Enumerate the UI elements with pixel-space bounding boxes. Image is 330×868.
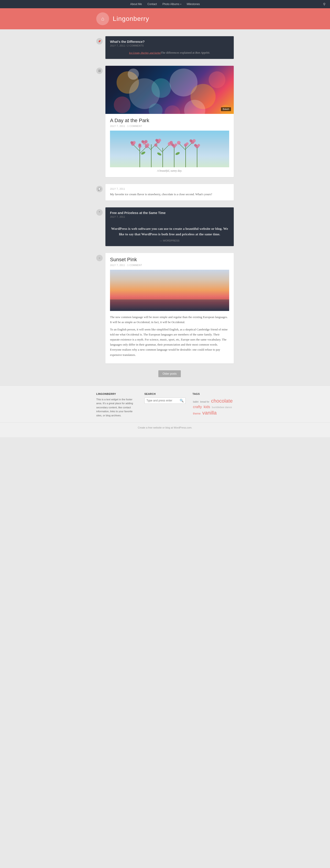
tag-theme[interactable]: theme [193,412,201,415]
svg-point-34 [144,140,148,143]
svg-point-53 [194,144,197,147]
post-header-4: Free and Priceless at the Same Time JULY… [106,207,234,218]
tag-kids[interactable]: kids [204,405,210,409]
svg-point-39 [154,144,157,147]
tag-bumblebee[interactable]: bumblebee dance [212,406,232,409]
post-meta-3: JULY 7, 2011 [110,188,229,190]
svg-point-44 [171,144,174,146]
tag-vanilla[interactable]: vanilla [202,410,216,416]
footer-col-about: LINGONBERRY This is a text widget in the… [96,393,138,418]
post-text-5a: The new common language will be more sim… [110,315,229,325]
post-wrapper-2: 🖼 Bokeh [96,66,234,177]
home-icon: ⌂ [101,16,104,22]
svg-point-3 [151,79,171,98]
svg-point-2 [114,96,131,113]
svg-point-35 [141,140,144,143]
svg-point-6 [209,71,225,88]
older-posts-wrapper: Older posts [96,370,234,378]
chevron-down-icon: ▾ [180,3,181,5]
post-title-4: Free and Priceless at the Same Time [110,211,229,215]
post-card-2: Bokeh A Day at the Park JULY 7, 2011 · 1… [106,66,234,177]
image-caption-2: A beautiful, sunny day. [110,167,229,174]
post-wrapper-1: 📌 What's the Difference? JULY 7, 2011 / … [96,36,234,59]
svg-point-56 [175,152,180,156]
post-meta-4: JULY 7, 2011 [110,216,229,218]
footer-inner: LINGONBERRY This is a text widget in the… [94,393,236,418]
footer-col-tags-title: TAGS [192,393,234,395]
search-icon[interactable]: ⚲ [323,2,325,6]
tag-chocolate[interactable]: chocolate [211,398,233,404]
pagination-area: Older posts [106,370,234,377]
tag-crafty[interactable]: crafty [193,405,202,409]
post-wrapper-4: ❝ Free and Priceless at the Same Time JU… [96,207,234,246]
tags-section: ballet bread for chocolate crafty kids b… [192,398,234,416]
nav-photo-albums[interactable]: Photo Albums ▾ [162,2,181,6]
svg-line-19 [156,146,163,152]
post-body-5: Sunset Pink JULY 7, 2011 · 1 COMMENT [106,253,234,364]
svg-point-45 [177,141,181,145]
tag-bread-for[interactable]: bread for [200,401,209,403]
post-wrapper-5: ≡ Sunset Pink JULY 7, 2011 · 1 COMMENT [96,253,234,364]
svg-point-10 [128,68,139,80]
post-card-5: Sunset Pink JULY 7, 2011 · 1 COMMENT [106,253,234,364]
svg-point-32 [139,144,141,146]
post-header-1: What's the Difference? JULY 7, 2011 / 2 … [106,36,234,47]
footer-search-icon[interactable]: 🔍 [180,399,184,403]
svg-point-30 [146,143,149,147]
tag-ballet[interactable]: ballet [193,401,199,403]
footer-col-search: SEARCH 🔍 [144,393,186,418]
post-body-2: A Day at the Park JULY 7, 2011 · 1 COMME… [106,114,234,177]
pin-icon: 📌 [98,40,101,43]
svg-point-50 [186,142,189,145]
image-icon: 🖼 [98,69,101,72]
nav-about-me[interactable]: About Me [130,2,142,6]
svg-point-55 [157,152,162,156]
post-link-1[interactable]: Ice Cream, Sherbet, and Sorbet [129,51,161,54]
nav-milestones[interactable]: Milestones [187,2,200,6]
bokeh-tag: Bokeh [221,107,231,111]
svg-point-52 [197,144,200,147]
footer-search-form: 🔍 [144,398,186,404]
bokeh-image: Bokeh [106,66,234,114]
nav-contact[interactable]: Contact [147,2,157,6]
footer-about-text: This is a text widget in the footer area… [96,398,138,418]
nav-links: About Me Contact Photo Albums ▾ Mileston… [130,2,200,6]
footer-col-search-title: SEARCH [144,393,186,395]
flower-image [110,131,229,167]
site-logo[interactable]: ⌂ [96,12,109,25]
svg-point-37 [158,138,161,142]
quote-attribution: — WORDPRESS [106,239,234,246]
timeline-dot-1: 📌 [96,38,103,44]
bokeh-svg [106,66,234,114]
older-posts-button[interactable]: Older posts [158,370,181,377]
chat-icon: 💬 [98,188,101,191]
svg-rect-58 [110,300,229,311]
flower-svg [110,137,229,167]
post-title-2: A Day at the Park [110,118,229,124]
post-status-text: My favorite ice cream flavor is strawber… [110,192,229,197]
svg-point-28 [130,141,133,144]
svg-point-11 [164,105,180,114]
footer-search-input[interactable] [146,399,179,402]
post-card-3: JULY 7, 2011 My favorite ice cream flavo… [106,184,234,200]
post-title-5: Sunset Pink [110,257,229,262]
sunset-image [110,270,229,311]
site-title: Lingonberry [113,15,149,23]
site-header-inner: ⌂ Lingonberry [96,12,234,25]
main-content: 📌 What's the Difference? JULY 7, 2011 / … [94,36,236,378]
post-content-1: Ice Cream, Sherbet, and SorbetThe differ… [106,50,234,59]
footer-col-tags: TAGS ballet bread for chocolate crafty k… [192,393,234,418]
footer-bottom: Create a free website or blog at WordPre… [0,422,330,433]
post-wrapper-3: 💬 JULY 7, 2011 My favorite ice cream fla… [96,184,234,200]
svg-point-47 [192,139,196,142]
svg-point-43 [174,144,177,146]
quote-text: WordPress is web software you can use to… [106,221,234,239]
timeline-dot-3: 💬 [96,186,103,192]
svg-point-48 [189,139,192,142]
quote-icon: ❝ [99,211,100,214]
svg-point-54 [141,151,146,155]
site-header: ⌂ Lingonberry [0,8,330,29]
timeline-dot-2: 🖼 [96,68,103,74]
svg-point-38 [155,139,158,142]
post-card-4: Free and Priceless at the Same Time JULY… [106,207,234,246]
